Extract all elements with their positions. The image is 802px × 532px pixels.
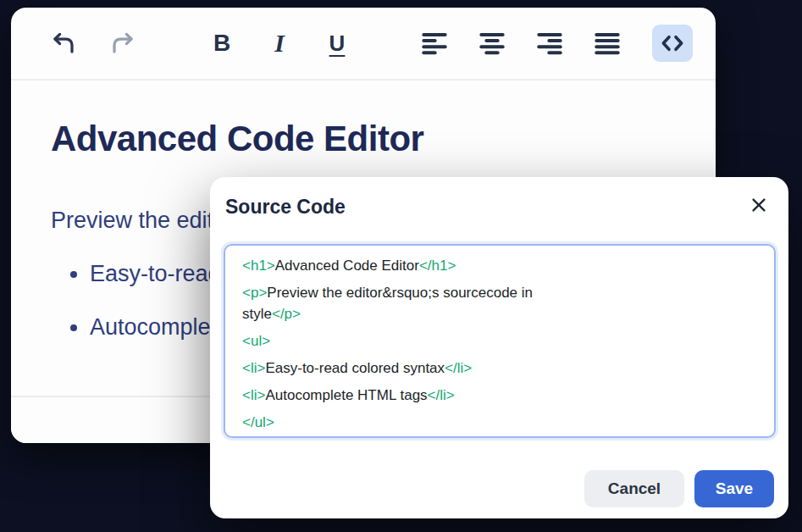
align-right-icon (536, 30, 563, 57)
align-left-icon (421, 30, 448, 57)
document-heading: Advanced Code Editor (51, 117, 676, 161)
cancel-button[interactable]: Cancel (584, 470, 684, 507)
code-token-text: Preview the editor&rsquo;s sourcecode in (267, 285, 533, 301)
bold-button[interactable]: B (203, 25, 241, 62)
underline-button[interactable]: U (318, 25, 356, 62)
source-code-dialog: Source Code <h1>Advanced Code Editor</h1… (210, 177, 788, 518)
code-token-text: style (242, 306, 272, 322)
italic-glyph: I (274, 29, 285, 58)
save-button[interactable]: Save (694, 470, 774, 507)
align-center-icon (478, 30, 506, 57)
code-token-tag: <h1> (242, 258, 275, 274)
redo-button[interactable] (104, 25, 141, 62)
bold-glyph: B (213, 30, 230, 57)
dialog-footer: Cancel Save (584, 470, 774, 507)
editor-toolbar: B I U (11, 8, 716, 80)
code-brackets-icon (659, 30, 686, 57)
code-token-text: Advanced Code Editor (275, 258, 419, 274)
close-button[interactable] (749, 196, 768, 217)
source-code-textarea[interactable]: <h1>Advanced Code Editor</h1><p>Preview … (224, 244, 776, 438)
align-center-button[interactable] (473, 25, 511, 62)
dialog-header: Source Code (210, 177, 788, 219)
code-token-tag: </li> (428, 387, 455, 403)
align-justify-icon (594, 30, 621, 57)
dialog-title: Source Code (225, 194, 346, 219)
undo-arrow-icon (51, 30, 76, 56)
code-token-tag: </p> (272, 306, 301, 322)
x-close-icon (749, 204, 768, 217)
code-token-tag: <li> (242, 387, 265, 403)
code-token-text: Autocomplete HTML tags (265, 387, 427, 403)
align-left-button[interactable] (416, 25, 453, 62)
code-token-tag: <p> (242, 285, 267, 301)
align-justify-button[interactable] (589, 25, 626, 62)
align-right-button[interactable] (531, 25, 568, 62)
app-background: B I U (0, 0, 802, 532)
source-code-button[interactable] (652, 25, 693, 62)
underline-glyph: U (329, 30, 346, 57)
undo-button[interactable] (45, 25, 82, 62)
italic-button[interactable]: I (261, 25, 298, 62)
code-token-tag: </li> (445, 360, 472, 376)
code-token-tag: <li> (242, 360, 265, 376)
code-token-tag: <ul> (242, 333, 270, 349)
redo-arrow-icon (110, 30, 136, 56)
code-token-text: Easy-to-read colored syntax (265, 360, 445, 376)
code-token-tag: </ul> (242, 414, 274, 430)
code-token-tag: </h1> (419, 258, 456, 274)
